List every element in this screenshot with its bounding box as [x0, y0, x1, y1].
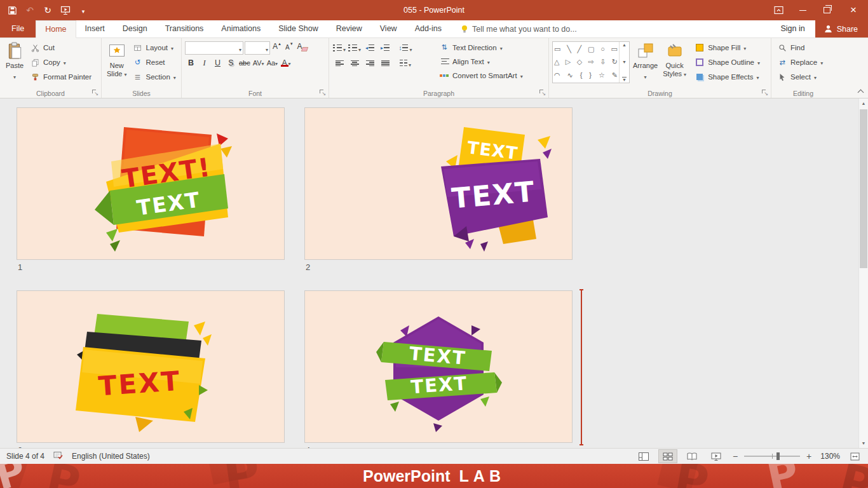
decrease-font-size-button[interactable]: [284, 42, 295, 55]
font-size-combobox[interactable]: [245, 41, 270, 55]
shapes-scroll-up-button[interactable]: [622, 43, 627, 47]
start-slideshow-button[interactable]: [57, 2, 74, 18]
find-button[interactable]: Find: [775, 41, 825, 55]
share-button[interactable]: Share: [815, 20, 868, 37]
section-button[interactable]: Section: [130, 70, 178, 84]
tab-add-ins[interactable]: Add-ins: [406, 20, 451, 37]
shapes-scroll-down-button[interactable]: [622, 60, 627, 64]
tab-slide-show[interactable]: Slide Show: [269, 20, 327, 37]
strikethrough-button[interactable]: abc: [238, 57, 251, 69]
change-case-button[interactable]: Aa: [266, 57, 278, 69]
convert-to-smartart-button[interactable]: Convert to SmartArt: [437, 69, 526, 82]
shape-icon[interactable]: [554, 58, 559, 66]
tab-design[interactable]: Design: [114, 20, 156, 37]
vertical-scrollbar[interactable]: [858, 98, 868, 448]
minimize-button[interactable]: [790, 0, 815, 20]
restore-button[interactable]: [815, 0, 839, 20]
shape-icon[interactable]: [554, 71, 560, 79]
slide-sorter-view-button[interactable]: [658, 449, 677, 463]
paragraph-dialog-launcher[interactable]: [539, 90, 546, 96]
slide-show-view-button[interactable]: [707, 449, 726, 463]
collapse-ribbon-button[interactable]: [858, 90, 864, 96]
shape-icon[interactable]: [567, 71, 573, 79]
zoom-out-button[interactable]: [731, 451, 740, 461]
align-text-button[interactable]: Align Text: [437, 55, 526, 68]
ribbon-display-options-button[interactable]: [766, 0, 790, 20]
zoom-in-button[interactable]: [804, 451, 813, 461]
numbering-button[interactable]: [348, 41, 362, 55]
reading-view-button[interactable]: [682, 449, 702, 463]
zoom-slider[interactable]: [744, 456, 800, 457]
shape-icon[interactable]: [600, 58, 606, 66]
slide-thumbnail-1[interactable]: TEXT! TEXT: [17, 107, 285, 260]
line-spacing-button[interactable]: [398, 41, 412, 55]
align-center-button[interactable]: [348, 57, 362, 70]
italic-button[interactable]: I: [198, 57, 210, 69]
format-painter-button[interactable]: Format Painter: [27, 70, 94, 84]
cut-button[interactable]: Cut: [27, 41, 94, 55]
shape-effects-button[interactable]: Shape Effects: [692, 70, 763, 84]
shape-icon[interactable]: [600, 45, 605, 53]
shape-icon[interactable]: [567, 45, 571, 53]
shape-icon[interactable]: [599, 71, 605, 79]
paste-button[interactable]: Paste: [3, 40, 26, 81]
shape-fill-button[interactable]: Shape Fill: [692, 41, 763, 55]
tell-me-box[interactable]: Tell me what you want to do...: [461, 20, 577, 37]
zoom-slider-thumb[interactable]: [776, 452, 780, 460]
font-color-button[interactable]: A: [280, 57, 292, 69]
slide-thumbnail-2[interactable]: TEXT TEXT: [304, 107, 573, 260]
shapes-more-button[interactable]: [622, 77, 627, 82]
quick-styles-button[interactable]: Quick Styles: [661, 40, 688, 78]
shape-icon[interactable]: [566, 58, 571, 66]
customize-qat-button[interactable]: [75, 2, 92, 18]
tab-insert[interactable]: Insert: [76, 20, 114, 37]
tab-review[interactable]: Review: [327, 20, 371, 37]
zoom-level[interactable]: 130%: [818, 452, 840, 461]
tab-file[interactable]: File: [0, 20, 36, 37]
shape-icon[interactable]: [612, 71, 618, 79]
arrange-button[interactable]: Arrange: [631, 40, 660, 81]
character-spacing-button[interactable]: AV: [252, 57, 265, 69]
font-name-combobox[interactable]: [185, 41, 243, 55]
shape-icon[interactable]: [588, 58, 594, 66]
bold-button[interactable]: B: [185, 57, 197, 69]
shape-icon[interactable]: [577, 58, 582, 66]
clipboard-dialog-launcher[interactable]: [92, 90, 98, 96]
align-left-button[interactable]: [332, 57, 346, 70]
fit-slide-to-window-button[interactable]: [845, 449, 864, 463]
spell-check-status[interactable]: [53, 451, 63, 461]
scroll-up-arrow[interactable]: [859, 98, 868, 108]
normal-view-button[interactable]: [634, 449, 653, 463]
slide-sorter-canvas[interactable]: TEXT! TEXT 1 TEXT TEXT: [0, 98, 868, 448]
justify-button[interactable]: [378, 57, 392, 70]
decrease-indent-button[interactable]: [363, 41, 377, 55]
shape-icon[interactable]: [588, 45, 594, 53]
shape-icon[interactable]: [578, 45, 582, 53]
underline-button[interactable]: U: [212, 57, 224, 69]
sign-in-button[interactable]: Sign in: [780, 20, 804, 37]
increase-indent-button[interactable]: [378, 41, 392, 55]
shape-icon[interactable]: [611, 45, 618, 53]
replace-button[interactable]: Replace: [775, 55, 825, 69]
font-dialog-launcher[interactable]: [320, 90, 326, 96]
text-shadow-button[interactable]: S: [225, 57, 237, 69]
drawing-dialog-launcher[interactable]: [762, 90, 768, 96]
shape-icon[interactable]: [554, 45, 560, 53]
select-button[interactable]: Select: [775, 70, 825, 84]
close-button[interactable]: [839, 0, 868, 20]
shape-outline-button[interactable]: Shape Outline: [692, 55, 763, 69]
slide-thumbnail-3[interactable]: TEXT: [17, 290, 285, 443]
shape-icon[interactable]: [589, 71, 592, 79]
bullets-button[interactable]: [332, 41, 346, 55]
slide-count-status[interactable]: Slide 4 of 4: [6, 452, 44, 461]
clear-formatting-button[interactable]: [296, 42, 309, 55]
scroll-down-arrow[interactable]: [859, 438, 868, 448]
reset-button[interactable]: Reset: [130, 55, 178, 69]
tab-animations[interactable]: Animations: [212, 20, 269, 37]
layout-button[interactable]: Layout: [130, 41, 178, 55]
columns-button[interactable]: [398, 57, 412, 70]
text-direction-button[interactable]: Text Direction: [437, 41, 526, 54]
language-status[interactable]: English (United States): [72, 452, 150, 461]
shape-icon[interactable]: [580, 71, 583, 79]
shapes-gallery[interactable]: [552, 41, 630, 83]
